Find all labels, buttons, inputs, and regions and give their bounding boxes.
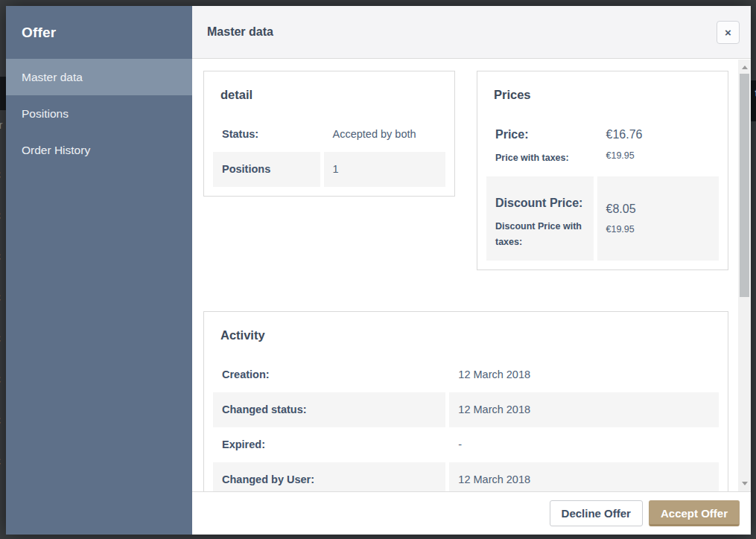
price-value: €16.76 xyxy=(606,127,710,143)
price-with-taxes-label: Price with taxes: xyxy=(495,150,585,166)
table-row: Status: Accepted by both xyxy=(213,117,445,152)
discount-price-with-taxes-label: Discount Price with taxes: xyxy=(495,219,585,251)
table-row: Discount Price: Discount Price with taxe… xyxy=(486,176,719,261)
discount-price-with-taxes-value: €19.95 xyxy=(606,223,710,235)
detail-panel-title: detail xyxy=(220,88,445,102)
price-with-taxes-value: €19.95 xyxy=(606,150,710,162)
row-label: Positions xyxy=(213,152,320,187)
row-label: Discount Price: Discount Price with taxe… xyxy=(486,176,594,261)
sidebar-item-order-history[interactable]: Order History xyxy=(6,132,192,168)
vertical-scrollbar[interactable] xyxy=(738,60,751,491)
sidebar-item-positions[interactable]: Positions xyxy=(6,95,192,132)
discount-price-value: €8.05 xyxy=(606,202,710,217)
row-value: €16.76 €19.95 xyxy=(597,117,719,176)
modal-main: Master data × detail Status: Accepted by… xyxy=(192,6,751,535)
row-value: €8.05 €19.95 xyxy=(597,176,719,261)
offer-modal: Offer Master data Positions Order Histor… xyxy=(6,6,751,535)
background-text-fragment: C xyxy=(0,252,1,262)
scrollbar-thumb[interactable] xyxy=(740,74,749,297)
row-value: 12 March 2018 xyxy=(449,392,719,427)
background-text-fragment: C xyxy=(0,211,1,221)
sidebar-item-label: Order History xyxy=(22,144,90,157)
row-label: Creation: xyxy=(213,357,445,392)
discount-price-label: Discount Price: xyxy=(495,187,585,211)
page-title: Master data xyxy=(207,25,273,39)
table-row: Expired: - xyxy=(213,427,719,462)
decline-offer-button[interactable]: Decline Offer xyxy=(550,500,643,526)
table-row: Creation: 12 March 2018 xyxy=(213,357,719,392)
modal-sidebar: Offer Master data Positions Order Histor… xyxy=(6,6,192,535)
detail-panel: detail Status: Accepted by both Position… xyxy=(203,71,455,197)
close-icon: × xyxy=(725,26,731,39)
background-dark-block-left xyxy=(0,77,6,110)
sidebar-item-label: Master data xyxy=(22,71,83,84)
sidebar-item-label: Positions xyxy=(22,107,69,121)
row-value: 12 March 2018 xyxy=(449,357,719,392)
modal-header: Master data × xyxy=(192,6,751,59)
sidebar-title: Offer xyxy=(6,6,192,59)
background-text-fragment: C xyxy=(0,415,1,426)
row-label: Changed by User: xyxy=(213,462,445,491)
activity-panel-title: Activity xyxy=(220,328,719,342)
row-label: Status: xyxy=(213,117,320,152)
modal-body: detail Status: Accepted by both Position… xyxy=(192,59,751,491)
row-value: 1 xyxy=(324,152,445,187)
background-text-fragment: C xyxy=(0,170,1,180)
price-label: Price: xyxy=(495,127,585,143)
scroll-up-arrow-icon[interactable] xyxy=(742,66,748,69)
row-value: 12 March 2018 xyxy=(449,462,719,491)
table-row: Positions 1 xyxy=(213,152,445,187)
background-text-fragment: C xyxy=(0,374,1,385)
prices-panel-title: Prices xyxy=(494,88,719,102)
background-text-fragment: C xyxy=(0,334,1,344)
row-label: Price: Price with taxes: xyxy=(486,117,594,176)
prices-panel: Prices Price: Price with taxes: €16.76 €… xyxy=(477,71,728,270)
close-button[interactable]: × xyxy=(717,21,740,44)
scroll-down-arrow-icon[interactable] xyxy=(742,482,748,485)
table-row: Price: Price with taxes: €16.76 €19.95 xyxy=(486,117,719,176)
row-value: - xyxy=(449,427,719,462)
accept-offer-button[interactable]: Accept Offer xyxy=(649,500,740,526)
table-row: Changed status: 12 March 2018 xyxy=(213,392,719,427)
background-text-fragment: C xyxy=(0,456,1,467)
row-label: Changed status: xyxy=(213,392,445,427)
activity-panel: Activity Creation: 12 March 2018 Changed… xyxy=(203,311,728,491)
table-row: Changed by User: 12 March 2018 xyxy=(213,462,719,491)
panel-row: detail Status: Accepted by both Position… xyxy=(203,71,728,270)
row-value: Accepted by both xyxy=(324,117,445,152)
modal-footer: Decline Offer Accept Offer xyxy=(192,491,751,535)
row-label: Expired: xyxy=(213,427,445,462)
sidebar-item-master-data[interactable]: Master data xyxy=(6,59,192,95)
background-text-fragment: C xyxy=(0,293,1,303)
background-text-fragment: or xyxy=(0,120,2,130)
